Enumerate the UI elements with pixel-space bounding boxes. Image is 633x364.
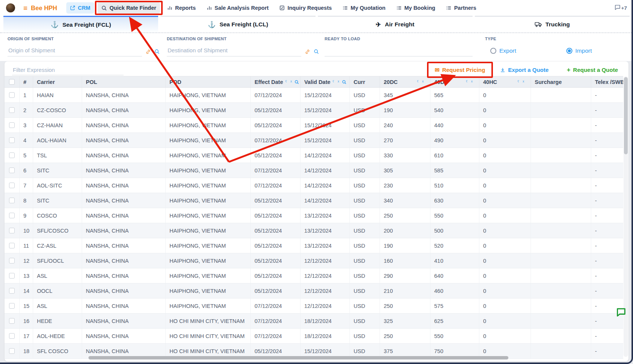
cell-40dc: 550 <box>430 208 479 223</box>
column-header-40hc[interactable]: 40HCˤ ˣ <box>479 76 531 87</box>
link-icon[interactable] <box>305 49 310 54</box>
row-checkbox[interactable] <box>5 268 20 283</box>
row-checkbox[interactable] <box>5 118 20 133</box>
origin-input[interactable] <box>8 46 142 56</box>
row-checkbox[interactable] <box>5 299 20 313</box>
cell-40dc: 540 <box>430 103 479 117</box>
cell-valid-date: 14/12/2024 <box>300 163 350 178</box>
cell-surcharge <box>531 103 591 117</box>
list-icon <box>397 5 402 11</box>
cell-20dc: 250 <box>380 329 430 343</box>
column-search-icon[interactable] <box>294 80 299 84</box>
row-checkbox[interactable] <box>5 193 20 208</box>
request-pricing-button[interactable]: ✉ Request Pricing <box>432 64 488 75</box>
cell-surcharge <box>531 88 591 102</box>
chat-widget-button[interactable] <box>616 308 626 318</box>
cell-40dc: 500 <box>430 223 479 238</box>
cell-pod: HAIPHONG, VIETNAM <box>166 193 251 208</box>
nav-item-reports[interactable]: Reports <box>163 2 200 14</box>
row-checkbox[interactable] <box>5 283 20 298</box>
cell-row-number: 13 <box>20 268 33 283</box>
user-avatar[interactable] <box>6 3 15 12</box>
row-checkbox[interactable] <box>5 329 20 343</box>
row-checkbox[interactable] <box>5 148 20 163</box>
nav-item-partners[interactable]: Partners <box>442 2 480 14</box>
column-header-valid-date[interactable]: Valid Dateˤ ˣ <box>300 76 350 87</box>
nav-item-my-quotation[interactable]: My Quotation <box>339 2 389 14</box>
row-checkbox[interactable] <box>5 88 20 102</box>
search-icon[interactable] <box>314 49 319 54</box>
brand-label: Bee HPH <box>31 5 57 12</box>
cell-valid-date: 14/12/2024 <box>300 178 350 193</box>
cell-pod: HAIPHONG, VIETNAM <box>166 223 251 238</box>
checkbox-icon <box>9 79 15 85</box>
export-a-quote-button[interactable]: Export a Quote <box>497 64 552 75</box>
column-header-40dc[interactable]: 40DCˤ ˣ <box>430 76 479 87</box>
chat-badge: +7 <box>621 5 627 11</box>
row-checkbox[interactable] <box>5 253 20 268</box>
nav-item-crm[interactable]: CRM <box>66 2 94 14</box>
cell-40dc: 490 <box>430 133 479 148</box>
type-radio-import[interactable]: Import <box>566 47 592 54</box>
sort-icons[interactable]: ˤ ˣ <box>466 79 474 85</box>
column-header-carrier: Carrier <box>33 76 82 87</box>
table-row: 3CZ-HAIANNANSHA, CHINAHAIPHONG, VIETNAM0… <box>5 118 623 133</box>
ready-to-load-label: READY TO LOAD <box>325 37 473 41</box>
brand[interactable]: ≡ Bee HPH <box>23 5 57 12</box>
sort-icons[interactable]: ˤ ˣ <box>333 79 340 85</box>
sort-icons[interactable]: ˤ ˣ <box>518 79 525 85</box>
cell-pod: HAIPHONG, VIETNAM <box>166 238 251 253</box>
menu-icon[interactable]: ≡ <box>23 5 27 12</box>
filter-expression-input[interactable] <box>12 65 124 75</box>
row-checkbox[interactable] <box>5 344 20 358</box>
cell-carrier: SITC <box>33 193 82 208</box>
cell-valid-date: 14/12/2024 <box>300 193 350 208</box>
checkbox-icon <box>9 348 15 354</box>
sort-icons[interactable]: ˤ ˣ <box>285 79 293 85</box>
tab-sea-freight-fcl[interactable]: ⚓Sea Freight (FCL) <box>3 16 158 32</box>
row-checkbox[interactable] <box>5 163 20 178</box>
horizontal-scrollbar-thumb[interactable] <box>88 356 508 359</box>
cell-40hc: 0 <box>479 329 531 343</box>
row-checkbox[interactable] <box>5 314 20 328</box>
nav-item-inquiry-requests[interactable]: Inquiry Requests <box>276 2 336 14</box>
row-checkbox[interactable] <box>5 103 20 117</box>
request-a-quote-button[interactable]: + Request a Quote <box>564 64 621 75</box>
type-radio-export[interactable]: Export <box>490 47 516 54</box>
cell-40hc: 0 <box>479 268 531 283</box>
cell-telex-swb: - <box>591 118 623 133</box>
row-checkbox[interactable] <box>5 133 20 148</box>
tab-air-freight[interactable]: ✈Air Freight <box>318 16 473 32</box>
row-checkbox[interactable] <box>5 238 20 253</box>
cell-effect-date: 07/12/2024 <box>251 329 300 343</box>
link-icon[interactable] <box>146 49 151 54</box>
nav-item-my-booking[interactable]: My Booking <box>393 2 439 14</box>
cell-valid-date: 13/12/2024 <box>300 238 350 253</box>
vertical-scrollbar-thumb[interactable] <box>624 77 628 154</box>
search-icon[interactable] <box>154 49 160 54</box>
row-checkbox[interactable] <box>5 208 20 223</box>
ready-to-load-input[interactable] <box>325 46 473 56</box>
radio-circle-icon <box>566 48 572 54</box>
cell-20dc: 325 <box>380 314 430 328</box>
checkbox-icon <box>9 273 15 279</box>
destination-input[interactable] <box>167 46 301 56</box>
column-label: Effect Date <box>255 79 283 85</box>
cell-20dc: 250 <box>380 208 430 223</box>
cell-effect-date: 05/12/2024 <box>251 283 300 298</box>
cell-currency: USD <box>350 178 380 193</box>
cell-carrier: CZ-HAIAN <box>33 118 82 133</box>
select-all-checkbox[interactable] <box>5 76 20 87</box>
tab-sea-freight-lcl[interactable]: ⚓Sea Freight (LCL) <box>160 16 315 32</box>
chat-notifications-button[interactable]: +7 <box>615 5 627 11</box>
column-search-icon[interactable] <box>342 80 346 84</box>
tab-trucking[interactable]: Trucking <box>475 16 630 32</box>
row-checkbox[interactable] <box>5 223 20 238</box>
column-header-20dc[interactable]: 20DCˤ ˣ <box>380 76 430 87</box>
row-checkbox[interactable] <box>5 178 20 193</box>
cell-row-number: 8 <box>20 193 33 208</box>
nav-item-quick-rate-finder[interactable]: Quick Rate Finder <box>98 2 160 14</box>
sort-icons[interactable]: ˤ ˣ <box>417 79 425 85</box>
column-header-effect-date[interactable]: Effect Dateˤ ˣ <box>251 76 300 87</box>
nav-item-sale-analysis-report[interactable]: Sale Analysis Report <box>203 2 273 14</box>
